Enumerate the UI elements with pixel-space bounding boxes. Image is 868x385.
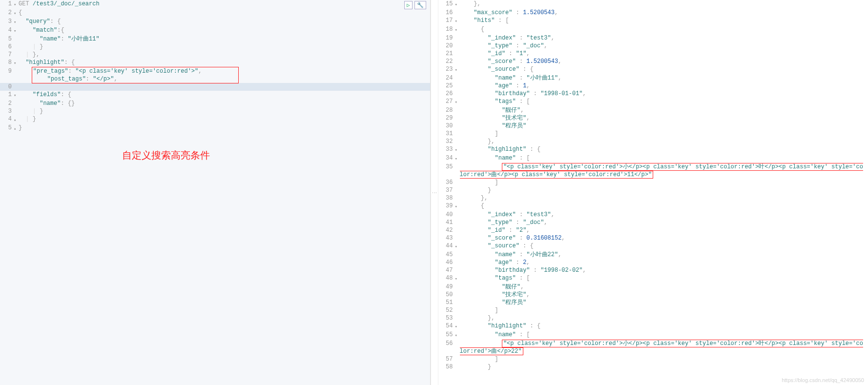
line-number: 18 xyxy=(438,25,455,33)
code-line[interactable]: "query": { xyxy=(19,18,430,25)
code-line: ] xyxy=(460,130,868,138)
code-line: { xyxy=(460,25,868,33)
code-line: ] xyxy=(460,179,868,186)
line-number: 41 xyxy=(438,219,455,226)
fold-toggle[interactable]: ▾ xyxy=(455,322,460,331)
line-number: 36 xyxy=(438,179,455,186)
line-number: 47 xyxy=(438,266,455,274)
line-number: 34 xyxy=(438,154,455,162)
code-line[interactable]: "fields": { xyxy=(19,91,430,99)
code-line[interactable]: { xyxy=(19,9,430,17)
line-number: 2 xyxy=(0,100,14,107)
fold-toggle[interactable]: ▾ xyxy=(455,145,460,154)
fold-toggle[interactable]: ▾ xyxy=(455,65,460,74)
pane-divider[interactable]: ⋮ xyxy=(431,0,438,385)
code-line: ] xyxy=(460,306,868,314)
highlight-box: "<p class='key' style='color:red'>小</p><… xyxy=(460,163,863,179)
line-number: 38 xyxy=(438,194,455,202)
code-line: "tags" : [ xyxy=(460,274,868,282)
fold-toggle[interactable]: ▾ xyxy=(455,202,460,211)
fold-toggle[interactable]: ▾ xyxy=(14,26,19,35)
line-number: 4 xyxy=(0,115,14,123)
code-line: "_index" : "test3", xyxy=(460,211,868,219)
line-number: 22 xyxy=(438,58,455,65)
code-line[interactable]: GET /test3/_doc/_search xyxy=(19,0,430,8)
response-viewer[interactable]: 15▾ }, 16 "max_score" : 1.5200543, 17▾ "… xyxy=(438,0,868,385)
fold-toggle[interactable]: ▾ xyxy=(455,17,460,25)
fold-toggle[interactable]: ▴ xyxy=(14,115,19,124)
line-number: 29 xyxy=(438,114,455,122)
line-number: 50 xyxy=(438,291,455,299)
line-number: 2 xyxy=(0,9,14,17)
code-line[interactable]: } xyxy=(19,124,430,132)
line-number: 7 xyxy=(0,51,14,59)
fold-toggle[interactable]: ▾ xyxy=(455,274,460,283)
code-line: "highlight" : { xyxy=(460,145,868,153)
code-line: "name" : [ xyxy=(460,331,868,339)
code-line: "_score" : 1.5200543, xyxy=(460,58,868,65)
code-line[interactable]: "name": "小叶曲11" xyxy=(19,35,430,43)
fold-toggle[interactable]: ▾ xyxy=(14,59,19,67)
line-number: 57 xyxy=(438,355,455,363)
line-number: 1 xyxy=(0,91,14,99)
fold-toggle[interactable]: ▴ xyxy=(14,124,19,133)
run-button[interactable]: ▷ xyxy=(404,1,413,9)
fold-toggle[interactable]: ▾ xyxy=(455,242,460,251)
line-number: 26 xyxy=(438,90,455,98)
code-line[interactable]: "match":{ xyxy=(19,26,430,34)
code-line: "_type" : "_doc", xyxy=(460,219,868,226)
line-number: 24 xyxy=(438,74,455,82)
code-line: ] xyxy=(460,355,868,363)
line-number: 5 xyxy=(0,124,14,132)
code-line: "靓仔", xyxy=(460,283,868,291)
fold-toggle[interactable]: ▾ xyxy=(455,0,460,9)
line-number: 42 xyxy=(438,226,455,234)
line-number: 25 xyxy=(438,82,455,90)
code-line[interactable]: | }, xyxy=(19,51,430,59)
code-line[interactable]: | } xyxy=(19,115,430,123)
line-number: 5 xyxy=(0,35,14,43)
line-number: 55 xyxy=(438,331,455,339)
line-number: 39 xyxy=(438,202,455,210)
settings-button[interactable]: 🔧 xyxy=(414,1,426,9)
watermark: https://blog.csdn.net/qq_42490050 xyxy=(782,377,864,383)
code-line: "name" : [ xyxy=(460,154,868,162)
code-line: "技术宅", xyxy=(460,114,868,122)
line-number: 52 xyxy=(438,306,455,314)
fold-toggle[interactable]: ▾ xyxy=(455,154,460,163)
code-line: "_index" : "test3", xyxy=(460,34,868,42)
code-line[interactable]: | } xyxy=(19,43,430,51)
code-line: "_source" : { xyxy=(460,242,868,250)
line-number: 15 xyxy=(438,0,455,8)
fold-toggle[interactable]: ▾ xyxy=(14,91,19,100)
code-line[interactable]: | } xyxy=(19,107,430,115)
line-number: 32 xyxy=(438,138,455,145)
annotation-text: 自定义搜索高亮条件 xyxy=(122,149,210,162)
line-number: 44 xyxy=(438,242,455,250)
fold-toggle[interactable]: ▾ xyxy=(455,98,460,106)
line-number: 56 xyxy=(438,340,455,347)
line-number: 20 xyxy=(438,42,455,50)
line-number: 53 xyxy=(438,314,455,322)
fold-toggle[interactable]: ▾ xyxy=(14,18,19,26)
line-number: 31 xyxy=(438,130,455,138)
line-number: 49 xyxy=(438,283,455,291)
fold-toggle[interactable]: ▾ xyxy=(455,25,460,34)
line-number: 30 xyxy=(438,122,455,130)
fold-toggle[interactable]: ▾ xyxy=(14,0,19,9)
fold-toggle[interactable]: ▾ xyxy=(455,331,460,340)
line-number: 54 xyxy=(438,322,455,330)
code-line[interactable]: "pre_tags": "<p class='key' style='color… xyxy=(19,67,430,83)
line-number: 43 xyxy=(438,234,455,242)
line-number: 1 xyxy=(0,0,14,8)
code-line: }, xyxy=(460,138,868,145)
line-number: 27 xyxy=(438,98,455,105)
line-number: 35 xyxy=(438,163,455,171)
request-editor[interactable]: ▷ 🔧 1▾GET /test3/_doc/_search 2▾{ 3▾ "qu… xyxy=(0,0,431,385)
line-number: 46 xyxy=(438,259,455,266)
highlight-box: "<p class='key' style='color:red'>小</p><… xyxy=(460,340,863,355)
code-line[interactable]: "highlight": { xyxy=(19,59,430,66)
code-line[interactable]: "name": {} xyxy=(19,100,430,107)
code-line: "_id" : "1", xyxy=(460,50,868,58)
fold-toggle[interactable]: ▾ xyxy=(14,9,19,18)
